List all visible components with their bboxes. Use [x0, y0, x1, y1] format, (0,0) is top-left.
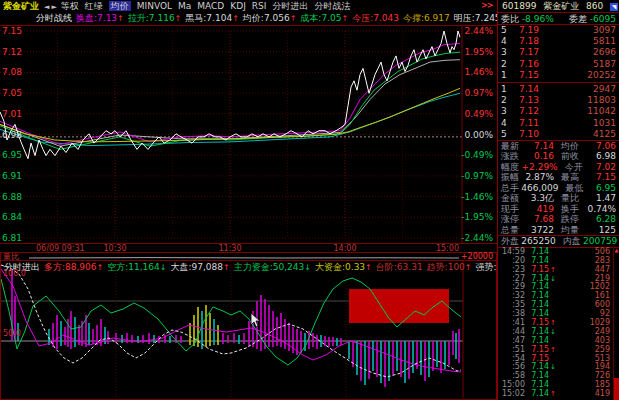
pct-scale-label: -2.44% — [461, 233, 493, 243]
menu-item-fenshi-jinchu[interactable]: 分时进出 — [272, 1, 308, 11]
info-value: 7.68 — [523, 214, 554, 225]
intraday-chart[interactable]: 7.157.127.087.057.016.986.956.916.886.84… — [0, 25, 497, 243]
indicator-panel[interactable]: 分时进出多方:88,906↑空方:11,164↓大盘:97,088↑主力资金:5… — [0, 261, 497, 400]
readout-value: 11,164 — [128, 262, 160, 272]
info-value: 6.95 — [586, 183, 616, 194]
scrollbar-thumb[interactable] — [614, 378, 619, 400]
quote-info-row: 最新7.14均价7.06 — [498, 141, 619, 152]
readout-label: 黑马: — [185, 13, 206, 23]
info-value: 125 — [583, 225, 616, 236]
info-label: 涨跌 — [501, 151, 523, 162]
readout-label: 强势: — [476, 262, 497, 272]
readout-value: 63.31 — [397, 262, 423, 272]
tick-arrow-icon — [549, 310, 557, 319]
stock-num: 860 — [586, 1, 603, 11]
readout-黑马: 黑马:7.104↑ — [185, 13, 239, 23]
readout-label: 趋势: — [427, 262, 448, 272]
indicator-title: 分时战线 — [36, 13, 72, 23]
quote-info-row: 幅度+2.29%今开7.02 — [498, 162, 619, 173]
tick-arrow-icon: ↑ — [549, 346, 557, 355]
scroll-up-icon[interactable]: ▲ — [614, 247, 619, 253]
tick-scrollbar[interactable]: ▲ — [613, 247, 619, 400]
book-price: 7.17 — [519, 47, 549, 58]
ask-queue: 57.19309747.18581137.17269627.16518717.1… — [498, 25, 619, 81]
menu-item-list: 等权红绿均价MINVOLMaMACDKDJRSI分时进出分时战法 — [58, 1, 354, 11]
readout-label: 多方: — [44, 262, 65, 272]
book-volume: 5187 — [549, 59, 616, 70]
book-volume: 4125 — [549, 129, 616, 140]
flag-blue-icon[interactable]: ◥ — [610, 3, 618, 11]
ask-row[interactable]: 27.165187 — [498, 59, 619, 70]
menu-item-minvol[interactable]: MINVOL — [137, 1, 172, 11]
pct-scale-label: 0.49% — [464, 109, 493, 119]
book-volume: 11042 — [549, 106, 616, 117]
pct-scale-label: 1.95% — [464, 47, 493, 57]
info-label: 量比 — [561, 193, 583, 204]
menu-item-rsi[interactable]: RSI — [252, 1, 267, 11]
indicator-chart-canvas[interactable] — [1, 261, 496, 398]
menu-item-junjia[interactable]: 均价 — [109, 1, 131, 11]
ask-row[interactable]: 17.1520252 — [498, 70, 619, 81]
menu-item-dengquan[interactable]: 等权 — [61, 1, 79, 11]
menu-item-honglv[interactable]: 红绿 — [85, 1, 103, 11]
readout-value: 7.05 — [321, 13, 341, 23]
info-value: 7.15 — [583, 172, 616, 183]
info-label: 金额 — [501, 193, 523, 204]
panel-readout-大资金: 大资金:0.33↑ — [315, 262, 372, 272]
bid-row[interactable]: 57.104125 — [498, 129, 619, 140]
quote-info-row: 振幅2.87%最高7.15 — [498, 172, 619, 183]
quote-info-row: 涨跌0.16前收6.98 — [498, 151, 619, 162]
readout-label: 今撑: — [403, 13, 424, 23]
info-value: 6.28 — [583, 214, 616, 225]
info-value: 466,009 — [521, 183, 558, 194]
info-value: 200759 — [583, 236, 616, 247]
bid-row[interactable]: 17.142947 — [498, 84, 619, 95]
indicator-readout-bar: 分时战线换盘:7.13↑拉升:7.116↑黑马:7.104↑均价:7.056↑成… — [36, 12, 496, 25]
menu-item-macd[interactable]: MACD — [197, 1, 224, 11]
info-label: 均量 — [561, 225, 583, 236]
info-label: 换手 — [561, 204, 583, 215]
bid-row[interactable]: 47.111031 — [498, 118, 619, 129]
quote-sidebar: 601899 紫金矿业 860 ◥K 委比 -8.96%委差 -6095 57.… — [497, 0, 619, 400]
info-label: 最高 — [561, 172, 583, 183]
readout-value: 0.33 — [345, 262, 365, 272]
quote-info-row: 涨停7.68跌停6.28 — [498, 214, 619, 225]
pct-scale-label: -1.46% — [461, 192, 493, 202]
info-label: 幅度 — [501, 162, 522, 173]
ask-row[interactable]: 57.193097 — [498, 25, 619, 36]
menu-item-fenshi-zhanfa[interactable]: 分时战法 — [314, 1, 350, 11]
next-stock-button[interactable]: ► — [51, 3, 56, 11]
sidebar-header: 601899 紫金矿业 860 ◥K — [498, 0, 619, 13]
tick-list[interactable]: 14:597.14506:207.14283:237.15↑447:277.14… — [498, 247, 619, 399]
panel-readout-趋势: 趋势:100↑ — [427, 262, 472, 272]
readout-value: 88,906 — [65, 262, 97, 272]
ask-row[interactable]: 47.185811 — [498, 36, 619, 47]
info-value: 1.47 — [583, 193, 616, 204]
info-value: 0.74% — [583, 204, 616, 215]
price-scale-label: 6.98 — [2, 130, 22, 140]
price-scale-label: 7.01 — [2, 109, 22, 119]
info-value: 7.02 — [585, 162, 616, 173]
app-window: 紫金矿业◄►等权红绿均价MINVOLMaMACDKDJRSI分时进出分时战法 分… — [0, 0, 619, 400]
prev-stock-button[interactable]: ◄ — [44, 3, 49, 11]
menu-item-ma[interactable]: Ma — [178, 1, 191, 11]
ask-row[interactable]: 37.172696 — [498, 47, 619, 58]
bid-row[interactable]: 27.1311803 — [498, 95, 619, 106]
tick-arrow-icon — [549, 355, 557, 364]
bid-queue: 17.14294727.131180337.121104247.11103157… — [498, 84, 619, 140]
pct-scale-label: -0.97% — [461, 171, 493, 181]
book-price: 7.16 — [519, 59, 549, 70]
indicator-panel-values: 多方:88,906↑空方:11,164↓大盘:97,088↑主力资金:50,24… — [44, 262, 549, 272]
info-value: 3722 — [523, 225, 554, 236]
readout-value: 6.917 — [424, 13, 450, 23]
weibi-value: -8.96% — [522, 13, 554, 24]
readout-拉升: 拉升:7.116↑ — [128, 13, 182, 23]
intraday-chart-canvas[interactable] — [0, 26, 497, 243]
readout-换盘: 换盘:7.13↑ — [76, 13, 124, 23]
price-scale-label: 6.81 — [2, 233, 22, 243]
expand-indicators-button[interactable]: >> — [481, 1, 492, 10]
time-axis: 06/09 09:3110:3011:3014:0015:00 — [0, 243, 497, 252]
bid-row[interactable]: 37.1211042 — [498, 106, 619, 117]
menu-item-kdj[interactable]: KDJ — [230, 1, 246, 11]
readout-今压: 今压:7.043 — [352, 13, 399, 23]
